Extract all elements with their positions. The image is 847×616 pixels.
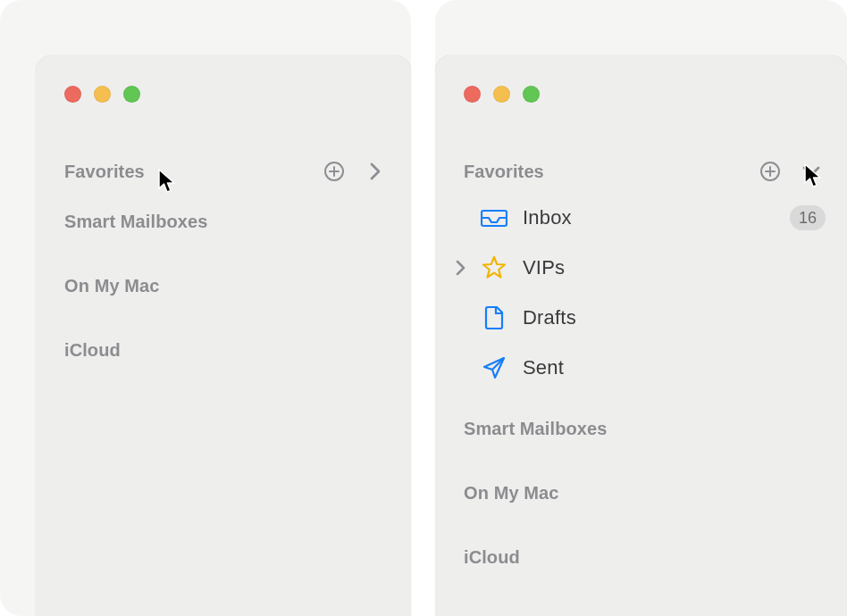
- section-favorites-row[interactable]: Favorites: [36, 155, 411, 187]
- section-favorites-label: Favorites: [464, 162, 544, 182]
- section-icloud-row[interactable]: iCloud: [435, 541, 847, 573]
- doc-icon: [480, 305, 508, 330]
- section-smart-mailboxes-row[interactable]: Smart Mailboxes: [36, 205, 411, 237]
- favorites-item-label: Sent: [523, 356, 564, 379]
- section-on-my-mac-row[interactable]: On My Mac: [36, 270, 411, 302]
- section-on-my-mac-label: On My Mac: [64, 276, 159, 296]
- favorites-items: Inbox 16 VIPs Drafts Sent: [435, 193, 847, 393]
- close-button[interactable]: [64, 86, 81, 103]
- section-smart-mailboxes-label: Smart Mailboxes: [464, 419, 607, 439]
- chevron-right-icon[interactable]: [449, 257, 471, 279]
- favorites-item-label: VIPs: [523, 256, 565, 279]
- close-button[interactable]: [464, 86, 481, 103]
- minimize-button[interactable]: [493, 86, 510, 103]
- chevron-down-icon[interactable]: [797, 164, 826, 179]
- zoom-button[interactable]: [523, 86, 540, 103]
- favorites-item-sent[interactable]: Sent: [435, 343, 847, 393]
- section-favorites-row[interactable]: Favorites: [435, 155, 847, 187]
- sidebar-window-expanded: Favorites Inbox 16 VIPs: [435, 55, 847, 616]
- send-icon: [480, 355, 508, 380]
- window-controls: [464, 86, 540, 103]
- section-icloud-row[interactable]: iCloud: [36, 334, 411, 366]
- plus-circle-icon[interactable]: [756, 161, 784, 182]
- star-icon: [480, 255, 508, 280]
- inbox-icon: [480, 207, 508, 229]
- sidebar-window-collapsed: Favorites Smart Mailboxes On My Mac iClo…: [36, 55, 411, 616]
- section-on-my-mac-label: On My Mac: [464, 483, 558, 504]
- section-favorites-label: Favorites: [64, 162, 145, 182]
- favorites-item-label: Inbox: [523, 206, 572, 229]
- zoom-button[interactable]: [123, 86, 140, 103]
- section-smart-mailboxes-label: Smart Mailboxes: [64, 212, 207, 232]
- favorites-item-inbox[interactable]: Inbox 16: [435, 193, 847, 243]
- favorites-item-label: Drafts: [523, 306, 576, 329]
- section-on-my-mac-row[interactable]: On My Mac: [435, 477, 847, 509]
- favorites-item-vips[interactable]: VIPs: [435, 243, 847, 293]
- section-smart-mailboxes-row[interactable]: Smart Mailboxes: [435, 412, 847, 445]
- minimize-button[interactable]: [94, 86, 111, 103]
- section-icloud-label: iCloud: [64, 340, 121, 361]
- section-icloud-label: iCloud: [464, 547, 520, 568]
- chevron-right-icon[interactable]: [361, 162, 390, 181]
- plus-circle-icon[interactable]: [320, 161, 348, 182]
- window-controls: [64, 86, 140, 103]
- favorites-item-drafts[interactable]: Drafts: [435, 293, 847, 343]
- unread-count-badge: 16: [790, 205, 826, 230]
